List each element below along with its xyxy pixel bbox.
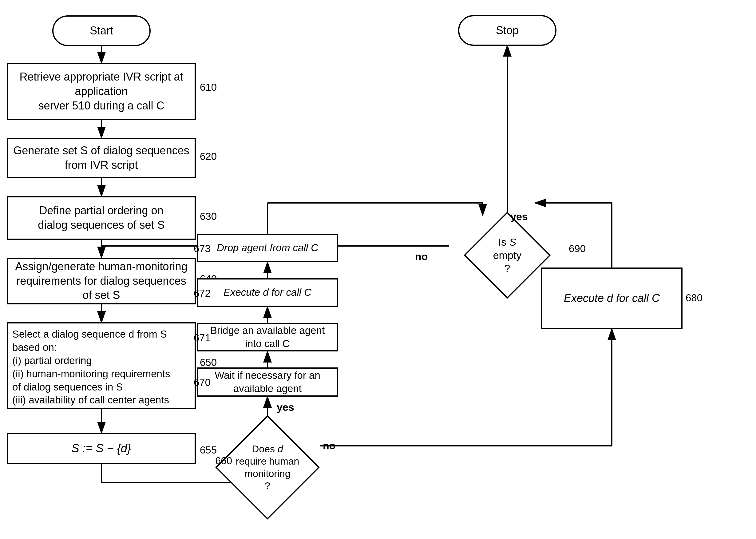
node-655: S := S − {d} [7,433,196,464]
node-690-container: Is Sempty? [449,215,566,295]
node-655-label: S := S − {d} [71,441,131,456]
step-650-num: 650 [200,357,217,368]
node-660-container: Does drequire humanmonitoring? [215,415,320,520]
step-630-num: 630 [200,211,217,222]
step-660-num: 660 [215,455,232,467]
arrow-no-660: no [323,440,336,452]
step-655-num: 655 [200,444,217,456]
step-690-num: 690 [569,243,586,255]
node-680-label: Execute d for call C [564,291,660,306]
node-671: Bridge an available agent into call C [197,323,338,351]
node-673: Drop agent from call C [197,234,338,262]
arrow-no-690: no [415,251,428,263]
node-650-label: Select a dialog sequence d from S based … [12,328,190,407]
node-640-label: Assign/generate human-monitoring require… [11,260,191,303]
step-670-num: 670 [194,377,211,388]
node-673-label: Drop agent from call C [217,241,318,255]
node-610-label: Retrieve appropriate IVR script at appli… [11,70,191,113]
step-680-num: 680 [686,292,703,304]
node-660-text: Does drequire humanmonitoring? [236,443,299,492]
node-620-label: Generate set S of dialog sequences from … [13,144,189,173]
step-672-num: 672 [194,287,211,299]
step-673-num: 673 [194,243,211,255]
node-671-label: Bridge an available agent into call C [210,324,325,350]
node-630: Define partial ordering on dialog sequen… [7,196,196,240]
stop-node: Stop [458,15,557,46]
node-650: Select a dialog sequence d from S based … [7,322,196,409]
node-690-text: Is Sempty? [493,236,522,275]
arrow-yes-690: yes [510,211,528,223]
node-670: Wait if necessary for an available agent [197,367,338,397]
start-node: Start [52,15,151,46]
start-label: Start [90,24,113,38]
node-620: Generate set S of dialog sequences from … [7,138,196,178]
step-671-num: 671 [194,332,211,344]
node-640: Assign/generate human-monitoring require… [7,258,196,304]
node-610: Retrieve appropriate IVR script at appli… [7,63,196,120]
node-672: Execute d for call C [197,278,338,307]
node-672-label: Execute d for call C [223,286,311,299]
arrow-yes-660: yes [277,401,294,413]
node-670-label: Wait if necessary for an available agent [215,369,320,395]
stop-label: Stop [496,23,519,38]
step-610-num: 610 [200,81,217,93]
node-630-label: Define partial ordering on dialog sequen… [38,203,165,232]
step-620-num: 620 [200,151,217,162]
